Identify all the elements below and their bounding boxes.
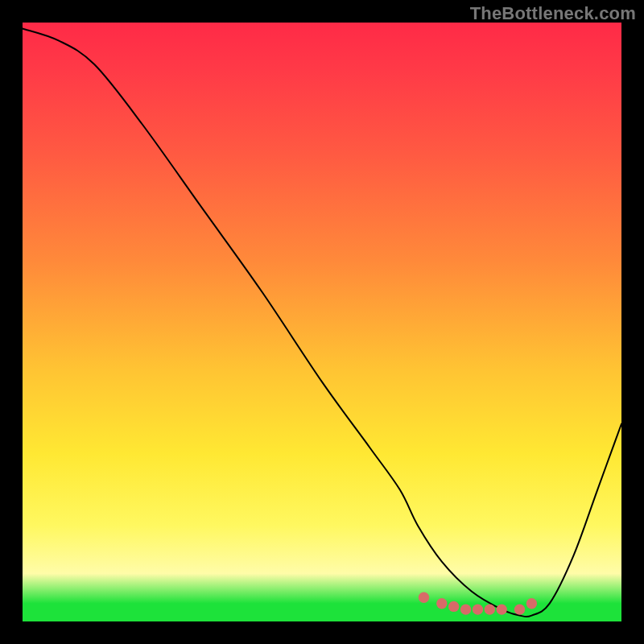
marker-dot xyxy=(436,598,447,609)
plot-area xyxy=(23,23,621,621)
watermark-label: TheBottleneck.com xyxy=(470,3,636,24)
bottleneck-curve xyxy=(23,28,621,617)
chart-frame: TheBottleneck.com xyxy=(0,0,644,644)
marker-dot xyxy=(497,604,507,614)
marker-dot xyxy=(473,604,483,614)
marker-dot xyxy=(485,604,495,614)
marker-dot xyxy=(526,598,537,609)
marker-dot xyxy=(448,601,459,612)
marker-dot xyxy=(419,592,429,603)
marker-dot xyxy=(460,604,471,614)
curve-layer xyxy=(23,23,621,621)
marker-dot xyxy=(514,604,525,614)
